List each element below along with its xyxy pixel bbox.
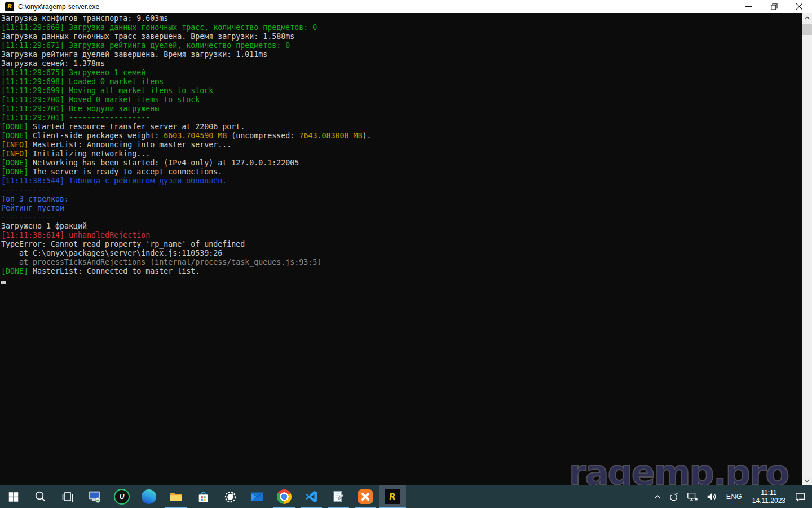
notepad-button[interactable] <box>325 485 352 508</box>
notifications-button[interactable] <box>791 485 810 508</box>
console-line: [INFO] Initializing networking... <box>1 150 802 159</box>
start-button[interactable] <box>0 485 27 508</box>
chevron-down-icon <box>805 479 810 483</box>
console-line: [DONE] Networking has been started: (IPv… <box>1 159 802 168</box>
edge-icon <box>142 489 156 504</box>
file-explorer-icon <box>169 489 183 504</box>
show-hidden-icons-button[interactable] <box>650 485 665 508</box>
gauge-app-button[interactable] <box>217 485 244 508</box>
console-window[interactable]: Загрузка конфигов транспорта: 9.603ms[11… <box>0 13 812 485</box>
close-button[interactable] <box>787 0 812 13</box>
console-line: [11:11:38:614] unhandledRejection <box>1 231 802 240</box>
mail-icon <box>250 489 264 504</box>
volume-icon <box>705 491 718 502</box>
gauge-icon <box>223 490 237 504</box>
microsoft-store-button[interactable] <box>189 485 217 508</box>
notification-bubble-icon <box>794 491 806 502</box>
taskbar-clock[interactable]: 11:11 14.11.2023 <box>747 489 791 505</box>
window-title: C:\onyx\ragemp-server.exe <box>18 3 736 11</box>
chevron-up-icon <box>805 16 810 20</box>
network-button[interactable] <box>683 485 702 508</box>
console-line: Топ 3 стрелков: <box>1 195 802 204</box>
system-tray: ENG 11:11 14.11.2023 <box>650 485 812 508</box>
screen: R C:\onyx\ragemp-server.exe Загрузка кон… <box>0 0 812 508</box>
taskbar-search-button[interactable] <box>27 485 54 508</box>
console-cursor <box>1 281 6 284</box>
console-line: Загрузка данных гоночных трасс завершена… <box>1 32 802 41</box>
edge-button[interactable] <box>135 485 162 508</box>
title-bar: R C:\onyx\ragemp-server.exe <box>0 0 812 13</box>
console-line: [11:11:29:699] Moving all market items t… <box>1 86 802 95</box>
console-line: ----------- <box>1 186 802 195</box>
chrome-icon <box>277 489 292 504</box>
console-line: [11:11:38:544] Таблица с рейтингом дуэли… <box>1 177 802 186</box>
console-line: [DONE] MasterList: Connected to master l… <box>1 267 802 276</box>
taskbar: U <box>0 485 812 508</box>
scroll-down-button[interactable] <box>802 476 812 485</box>
console-line: Загрузка семей: 1.378ms <box>1 59 802 68</box>
console-output: Загрузка конфигов транспорта: 9.603ms[11… <box>1 14 802 276</box>
console-line: Рейтинг пустой <box>1 204 802 213</box>
console-line: [11:11:29:698] Loaded 0 market items <box>1 77 802 86</box>
iobit-uninstaller-button[interactable]: U <box>108 485 135 508</box>
console-line: [11:11:29:675] Загружено 1 семей <box>1 68 802 77</box>
chrome-button[interactable] <box>271 485 298 508</box>
scroll-up-button[interactable] <box>802 13 812 23</box>
windows-logo-icon <box>7 491 20 503</box>
console-line: at processTicksAndRejections (internal/p… <box>1 258 802 267</box>
volume-button[interactable] <box>702 485 721 508</box>
vscode-button[interactable] <box>298 485 325 508</box>
notepad-icon <box>331 489 346 504</box>
ragemp-server-button[interactable]: R <box>379 485 406 508</box>
remote-desktop-icon <box>87 489 102 504</box>
caption-buttons <box>736 0 812 13</box>
restore-button[interactable] <box>761 0 787 13</box>
ragemp-icon: R <box>385 489 400 504</box>
console-line: TypeError: Cannot read property 'rp_name… <box>1 240 802 249</box>
task-view-icon <box>61 490 74 503</box>
console-line: [11:11:29:700] Moved 0 market items to s… <box>1 95 802 104</box>
microsoft-store-icon <box>196 490 210 504</box>
clock-time: 11:11 <box>752 489 785 497</box>
clock-date: 14.11.2023 <box>752 497 785 505</box>
search-icon <box>34 490 47 503</box>
restore-icon <box>771 3 778 10</box>
xampp-icon <box>358 489 373 504</box>
iobit-uninstaller-icon: U <box>114 489 130 505</box>
console-line: Загрузка конфигов транспорта: 9.603ms <box>1 14 802 23</box>
console-line: [DONE] Started resource transfer server … <box>1 122 802 132</box>
scrollbar-thumb[interactable] <box>802 24 812 35</box>
language-indicator[interactable]: ENG <box>721 485 747 508</box>
console-line: [11:11:29:701] ------------------ <box>1 113 802 122</box>
minimize-icon <box>745 3 752 10</box>
mail-button[interactable] <box>244 485 271 508</box>
task-view-button[interactable] <box>54 485 81 508</box>
console-line: [11:11:29:669] Загрузка данных гоночных … <box>1 23 802 32</box>
console-line: [11:11:29:671] Загрузка рейтинга дуелей,… <box>1 41 802 50</box>
tray-app-button[interactable] <box>665 485 683 508</box>
console-line: [DONE] The server is ready to accept con… <box>1 168 802 177</box>
console-line: [11:11:29:701] Все модули загружены <box>1 104 802 113</box>
vertical-scrollbar[interactable] <box>802 13 812 485</box>
remote-desktop-button[interactable] <box>81 485 108 508</box>
console-line: [DONE] Client-side packages weight: 6603… <box>1 132 802 141</box>
vscode-icon <box>304 489 319 504</box>
tray-app-icon <box>668 491 679 502</box>
network-icon <box>686 491 699 502</box>
xampp-button[interactable] <box>352 485 379 508</box>
close-icon <box>796 3 802 10</box>
console-line: ------------ <box>1 213 802 222</box>
console-line: Загружено 1 фракций <box>1 222 802 231</box>
console-line: Загрузка рейтинга дуелей завершена. Врем… <box>1 50 802 59</box>
minimize-button[interactable] <box>736 0 761 13</box>
chevron-up-icon <box>654 493 661 500</box>
ragemp-app-icon: R <box>5 2 14 11</box>
file-explorer-button[interactable] <box>162 485 189 508</box>
console-line: [INFO] MasterList: Announcing into maste… <box>1 141 802 150</box>
console-line: at C:\onyx\packages\server\index.js:1105… <box>1 249 802 258</box>
